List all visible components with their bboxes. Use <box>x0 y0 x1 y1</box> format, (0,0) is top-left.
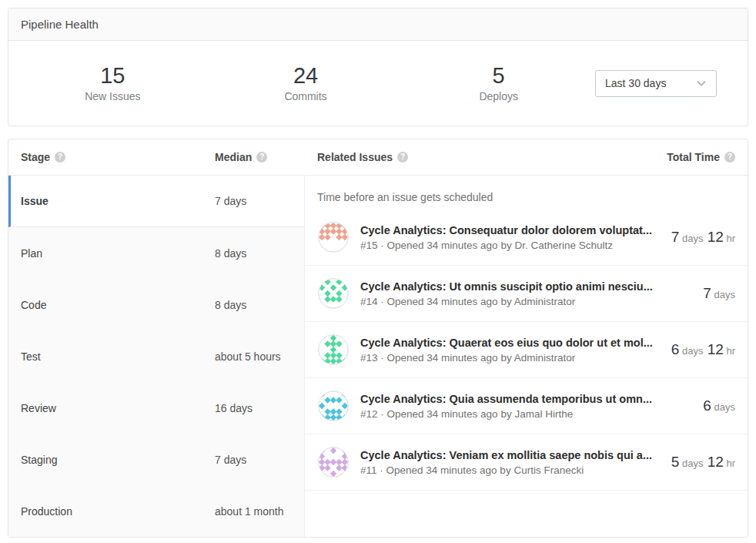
issue-meta: #12 · Opened 34 minutes ago by Jamal Hir… <box>360 408 692 420</box>
column-header-total-time: Total Time ? <box>667 151 735 163</box>
total-time-value: 12 <box>703 341 723 357</box>
author-avatar-identicon <box>317 446 350 478</box>
stat-deploys-value: 5 <box>402 64 595 89</box>
issue-title-link[interactable]: Cycle Analytics: Ut omnis suscipit optio… <box>360 280 692 293</box>
stage-median: 8 days <box>215 247 246 260</box>
total-time-value: 12 <box>703 454 723 470</box>
related-issues-help-icon[interactable]: ? <box>397 152 408 163</box>
stage-row-production[interactable]: Productionabout 1 month <box>8 485 304 537</box>
stat-deploys: 5 Deploys <box>402 64 595 103</box>
total-time-header-label: Total Time <box>667 151 720 163</box>
total-time-unit: days <box>711 401 735 413</box>
stage-name: Review <box>21 402 215 414</box>
stat-new-issues-label: New Issues <box>16 90 209 102</box>
stat-deploys-label: Deploys <box>402 90 595 102</box>
stage-row-staging[interactable]: Staging7 days <box>8 434 304 485</box>
issue-total-time: 7 days <box>703 285 735 302</box>
issue-meta: #11 · Opened 34 minutes ago by Curtis Fr… <box>360 464 661 476</box>
issue-summary: Cycle Analytics: Quia assumenda temporib… <box>360 393 692 420</box>
column-header-stage: Stage ? <box>21 151 215 163</box>
total-time-value: 6 <box>703 397 711 414</box>
summary-stats-row: 15 New Issues 24 Commits 5 Deploys Last … <box>8 41 748 126</box>
issue-title-link[interactable]: Cycle Analytics: Quia assumenda temporib… <box>360 393 692 405</box>
table-header-row: Stage ? Median ? Related Issues ? Total … <box>8 139 748 176</box>
table-header-left: Stage ? Median ? <box>8 151 305 163</box>
issue-summary: Cycle Analytics: Ut omnis suscipit optio… <box>360 280 692 307</box>
issue-summary: Cycle Analytics: Quaerat eos eius quo do… <box>360 337 661 364</box>
stage-name: Plan <box>21 247 215 260</box>
issue-title-link[interactable]: Cycle Analytics: Quaerat eos eius quo do… <box>360 337 661 349</box>
total-time-value: 7 <box>671 229 680 245</box>
author-avatar-identicon <box>317 277 350 310</box>
related-issues-panel: Time before an issue gets scheduled Cycl… <box>305 176 748 537</box>
issue-total-time: 5 days 12 hr <box>671 454 735 471</box>
stage-name: Production <box>21 505 215 518</box>
issue-list-item[interactable]: Cycle Analytics: Veniam ex mollitia saep… <box>305 434 748 491</box>
total-time-unit: hr <box>724 458 735 469</box>
stage-row-plan[interactable]: Plan8 days <box>8 227 304 279</box>
stage-row-code[interactable]: Code8 days <box>8 279 304 330</box>
issue-list: Cycle Analytics: Consequatur dolor dolor… <box>305 209 748 491</box>
total-time-unit: hr <box>724 345 735 357</box>
total-time-unit: days <box>711 289 735 300</box>
total-time-unit: days <box>679 233 703 244</box>
issue-total-time: 7 days 12 hr <box>671 229 735 246</box>
issue-title-link[interactable]: Cycle Analytics: Consequatur dolor dolor… <box>360 224 661 236</box>
date-range-dropdown[interactable]: Last 30 days <box>595 70 717 97</box>
issue-list-item[interactable]: Cycle Analytics: Consequatur dolor dolor… <box>305 209 748 266</box>
total-time-value: 7 <box>703 285 711 301</box>
stat-commits-label: Commits <box>209 90 403 102</box>
chevron-down-icon <box>696 78 707 89</box>
stage-row-issue[interactable]: Issue7 days <box>8 176 304 227</box>
stage-row-test[interactable]: Testabout 5 hours <box>8 330 304 382</box>
column-header-related-issues: Related Issues ? <box>317 151 408 163</box>
author-avatar-identicon <box>317 334 350 366</box>
issue-summary: Cycle Analytics: Veniam ex mollitia saep… <box>360 449 661 476</box>
issue-meta: #15 · Opened 34 minutes ago by Dr. Cathe… <box>360 240 661 251</box>
stat-new-issues-value: 15 <box>16 64 209 89</box>
total-time-unit: days <box>679 458 703 469</box>
stage-name: Code <box>21 299 215 311</box>
median-header-label: Median <box>215 151 252 163</box>
median-help-icon[interactable]: ? <box>256 152 267 163</box>
stat-new-issues: 15 New Issues <box>16 64 209 103</box>
total-time-value: 5 <box>671 454 680 470</box>
stage-median: about 5 hours <box>215 350 281 363</box>
stage-median: 8 days <box>215 299 246 311</box>
pipeline-health-page: Pipeline Health 15 New Issues 24 Commits… <box>0 0 756 543</box>
stage-name: Issue <box>21 195 215 207</box>
stage-list: Issue7 daysPlan8 daysCode8 daysTestabout… <box>8 176 305 537</box>
issue-meta: #13 · Opened 34 minutes ago by Administr… <box>360 352 661 364</box>
table-header-right: Related Issues ? Total Time ? <box>305 151 748 163</box>
issue-total-time: 6 days <box>703 397 735 414</box>
total-time-value: 6 <box>671 341 680 357</box>
column-header-median: Median ? <box>215 151 267 163</box>
stage-median: about 1 month <box>215 505 284 518</box>
stage-median: 7 days <box>215 454 246 466</box>
stat-commits-value: 24 <box>209 64 403 89</box>
total-time-unit: days <box>679 345 703 357</box>
stage-name: Test <box>21 350 215 363</box>
author-avatar-identicon <box>317 221 350 253</box>
issue-summary: Cycle Analytics: Consequatur dolor dolor… <box>360 224 661 251</box>
table-body: Issue7 daysPlan8 daysCode8 daysTestabout… <box>8 176 748 537</box>
stage-header-label: Stage <box>21 151 50 163</box>
issue-list-item[interactable]: Cycle Analytics: Quaerat eos eius quo do… <box>305 322 748 378</box>
total-time-help-icon[interactable]: ? <box>724 152 735 163</box>
panel-title: Pipeline Health <box>8 8 748 41</box>
stage-scope-description: Time before an issue gets scheduled <box>305 176 748 209</box>
stage-help-icon[interactable]: ? <box>55 152 65 163</box>
total-time-unit: hr <box>724 233 735 244</box>
stage-median: 16 days <box>215 402 253 414</box>
summary-card: Pipeline Health 15 New Issues 24 Commits… <box>8 8 748 126</box>
stat-commits: 24 Commits <box>209 64 403 103</box>
author-avatar-identicon <box>317 390 350 422</box>
issue-title-link[interactable]: Cycle Analytics: Veniam ex mollitia saep… <box>360 449 661 461</box>
stage-row-review[interactable]: Review16 days <box>8 382 304 434</box>
issue-total-time: 6 days 12 hr <box>671 341 735 358</box>
issue-list-item[interactable]: Cycle Analytics: Ut omnis suscipit optio… <box>305 266 748 322</box>
stage-name: Staging <box>21 454 215 466</box>
related-issues-header-label: Related Issues <box>317 151 393 163</box>
total-time-value: 12 <box>703 229 723 245</box>
issue-list-item[interactable]: Cycle Analytics: Quia assumenda temporib… <box>305 378 748 434</box>
